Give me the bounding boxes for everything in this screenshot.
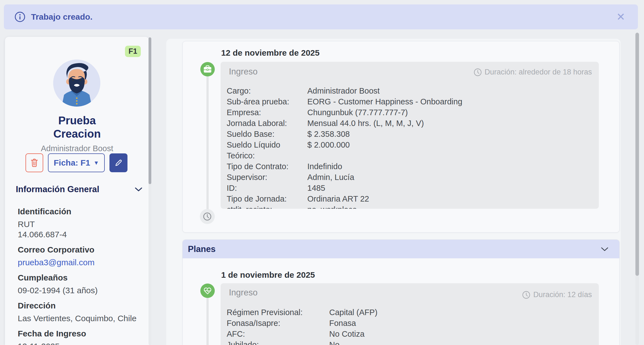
info-field: Cumpleaños 09-02-1994 (31 años) <box>18 272 140 295</box>
timeline-end-clock-icon <box>200 209 215 224</box>
page-scrollbar[interactable] <box>635 33 639 345</box>
timeline-date: 1 de noviembre de 2025 <box>221 269 315 280</box>
timeline-date: 12 de noviembre de 2025 <box>221 47 320 58</box>
general-info-fields: Identificación RUT 14.066.687-4 Correo C… <box>18 206 140 345</box>
ficha-selector-label: Ficha: F1 <box>54 158 90 168</box>
trash-icon <box>30 158 39 167</box>
detail-value: Chungunbuk (77.777.777-7) <box>307 107 408 118</box>
detail-row: ctrlit_recinto: no_workplace <box>227 204 462 209</box>
field-label: Dirección <box>18 300 140 311</box>
detail-value: 1485 <box>307 183 325 194</box>
clock-icon <box>474 68 482 76</box>
info-field: Identificación RUT 14.066.687-4 <box>18 206 140 240</box>
avatar <box>53 60 100 107</box>
jobs-section-card: 12 de noviembre de 2025 Ingreso <box>182 41 620 233</box>
detail-label: Empresa: <box>227 107 307 118</box>
toast-message: Trabajo creado. <box>31 12 93 22</box>
info-field: Fecha de Ingreso 12-11-2025 <box>18 328 140 345</box>
planes-title: Planes <box>188 244 216 254</box>
ingreso-card: Ingreso Duración: 12 días Régimen Previs… <box>221 283 599 345</box>
detail-label: AFC: <box>227 329 329 339</box>
detail-label: Sueldo Base: <box>227 129 307 140</box>
close-icon[interactable]: ✕ <box>616 12 625 22</box>
planes-section-card: Planes 1 de noviembre de 2025 Ingreso <box>182 240 620 345</box>
employee-sidebar: F1 Prueba Creacion Administrador Boost <box>5 37 149 345</box>
ficha-selector[interactable]: Ficha: F1 ▼ <box>48 153 105 172</box>
info-icon <box>14 11 25 22</box>
detail-value: Ordinaria ART 22 <box>307 194 369 204</box>
detail-value: No Cotiza <box>329 329 364 339</box>
detail-label: ctrlit_recinto: <box>227 204 307 209</box>
detail-row: Supervisor: Admin, Lucía <box>227 172 462 183</box>
timeline-connector <box>206 76 209 209</box>
detail-value: Administrador Boost <box>307 86 380 96</box>
detail-row: Tipo de Contrato: Indefinido <box>227 161 462 172</box>
detail-row: Empresa: Chungunbuk (77.777.777-7) <box>227 107 462 118</box>
detail-row: Jornada Laboral: Mensual 44.0 hrs. (L, M… <box>227 118 462 129</box>
ficha-badge: F1 <box>125 46 141 57</box>
field-label: Correo Corporativo <box>18 244 140 256</box>
clock-icon <box>522 291 530 299</box>
detail-row: AFC: No Cotiza <box>227 329 377 339</box>
delete-button[interactable] <box>25 153 43 172</box>
duration-text: Duración: alrededor de 18 horas <box>485 68 592 76</box>
caret-down-icon: ▼ <box>93 160 99 166</box>
detail-row: Cargo: Administrador Boost <box>227 86 462 96</box>
detail-row: Régimen Previsional: Capital (AFP) <box>227 307 377 318</box>
toast-banner: Trabajo creado. ✕ <box>4 4 638 29</box>
detail-row: ID: 1485 <box>227 183 462 194</box>
employee-name: Prueba Creacion <box>5 114 149 140</box>
detail-label: Jornada Laboral: <box>227 118 307 129</box>
detail-value: $ 2.000.000 <box>307 140 350 161</box>
detail-row: Tipo de Jornada: Ordinaria ART 22 <box>227 194 462 204</box>
planes-section-header[interactable]: Planes <box>183 240 619 258</box>
detail-value: Fonasa <box>329 318 356 329</box>
detail-value: No <box>329 339 339 345</box>
field-value: RUT 14.066.687-4 <box>18 219 140 240</box>
employee-first-name: Prueba <box>5 114 149 127</box>
sidebar-scrollbar[interactable] <box>149 37 151 345</box>
ingreso-card-title: Ingreso <box>229 67 257 77</box>
timeline-panel: 12 de noviembre de 2025 Ingreso <box>166 39 621 345</box>
detail-label: Sueldo Líquido Teórico: <box>227 140 307 161</box>
chevron-down-icon[interactable] <box>600 246 609 252</box>
edit-button[interactable] <box>109 153 127 172</box>
employee-last-name: Creacion <box>5 127 149 140</box>
detail-value: Indefinido <box>307 161 342 172</box>
field-value: 12-11-2025 <box>18 341 140 345</box>
info-field: Correo Corporativo prueba3@gmail.com <box>18 244 140 267</box>
field-value: Las Vertientes, Coquimbo, Chile <box>18 313 140 323</box>
ingreso-details: Cargo: Administrador Boost Sub-área prue… <box>227 86 462 209</box>
detail-label: Jubilado: <box>227 339 329 345</box>
field-value: prueba3@gmail.com <box>18 257 140 267</box>
page-scrollbar-thumb[interactable] <box>635 33 639 276</box>
detail-value: no_workplace <box>307 204 357 209</box>
detail-value: EORG - Customer Happiness - Onboarding <box>307 96 462 107</box>
detail-row: Sueldo Líquido Teórico: $ 2.000.000 <box>227 140 462 161</box>
profile-actions: Ficha: F1 ▼ <box>25 153 127 172</box>
ingreso-card: Ingreso Duración: alrededor de 18 horas … <box>221 62 599 209</box>
detail-label: Tipo de Jornada: <box>227 194 307 204</box>
detail-value: $ 2.358.308 <box>307 129 350 140</box>
detail-label: Sub-área prueba: <box>227 96 307 107</box>
duration-label: Duración: 12 días <box>522 290 592 299</box>
duration-text: Duración: 12 días <box>533 290 592 299</box>
chevron-down-icon[interactable] <box>134 187 143 192</box>
detail-row: Fonasa/Isapre: Fonasa <box>227 318 377 329</box>
detail-value: Admin, Lucía <box>307 172 354 183</box>
pencil-icon <box>114 159 123 167</box>
employee-role: Administrador Boost <box>5 144 149 153</box>
duration-label: Duración: alrededor de 18 horas <box>474 68 592 76</box>
informacion-general-header[interactable]: Información General <box>16 184 143 194</box>
sidebar-scrollbar-thumb[interactable] <box>149 37 151 184</box>
detail-label: Cargo: <box>227 86 307 96</box>
field-label: Fecha de Ingreso <box>18 328 140 339</box>
detail-row: Sueldo Base: $ 2.358.308 <box>227 129 462 140</box>
detail-label: Régimen Previsional: <box>227 307 329 318</box>
detail-label: Tipo de Contrato: <box>227 161 307 172</box>
ingreso-card-title: Ingreso <box>229 288 257 298</box>
detail-row: Jubilado: No <box>227 339 377 345</box>
employee-profile-page: { "banner": { "message": "Trabajo creado… <box>0 0 644 345</box>
field-value: 09-02-1994 (31 años) <box>18 285 140 295</box>
info-field: Dirección Las Vertientes, Coquimbo, Chil… <box>18 300 140 323</box>
